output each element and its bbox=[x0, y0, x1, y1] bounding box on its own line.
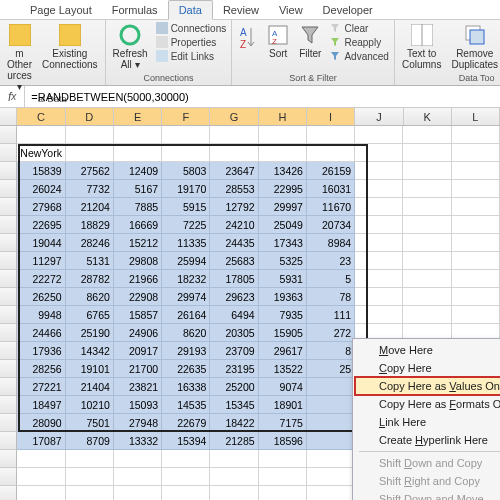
cell[interactable] bbox=[114, 144, 162, 162]
clear-button[interactable]: Clear bbox=[329, 22, 388, 34]
ctx-copy-here-as-formats-only[interactable]: Copy Here as Formats Only bbox=[355, 395, 500, 413]
cell[interactable]: 18232 bbox=[162, 270, 210, 288]
cell[interactable]: 22679 bbox=[162, 414, 210, 432]
col-header-I[interactable]: I bbox=[307, 108, 355, 125]
cell[interactable] bbox=[452, 216, 500, 234]
cell[interactable]: 13522 bbox=[259, 360, 307, 378]
col-header-K[interactable]: K bbox=[404, 108, 452, 125]
cell[interactable]: 16031 bbox=[307, 180, 355, 198]
cell[interactable] bbox=[307, 468, 355, 486]
cell[interactable]: 27562 bbox=[66, 162, 114, 180]
cell[interactable] bbox=[403, 198, 451, 216]
cell[interactable]: 12409 bbox=[114, 162, 162, 180]
cell[interactable]: 27968 bbox=[17, 198, 65, 216]
cell[interactable]: 24466 bbox=[17, 324, 65, 342]
cell[interactable]: 25049 bbox=[259, 216, 307, 234]
cell[interactable] bbox=[210, 468, 258, 486]
cell[interactable]: 14342 bbox=[66, 342, 114, 360]
cell[interactable]: 26164 bbox=[162, 306, 210, 324]
cell[interactable]: 111 bbox=[307, 306, 355, 324]
cell[interactable]: 29974 bbox=[162, 288, 210, 306]
cell[interactable] bbox=[452, 252, 500, 270]
cell[interactable]: 11297 bbox=[17, 252, 65, 270]
ctx-move-here[interactable]: Move Here bbox=[355, 341, 500, 359]
cell[interactable] bbox=[66, 126, 114, 144]
worksheet[interactable]: CDEFGHIJKL NewYork1583927562124095803236… bbox=[0, 108, 500, 500]
cell[interactable]: 15345 bbox=[210, 396, 258, 414]
cell[interactable]: 7732 bbox=[66, 180, 114, 198]
ctx-copy-here[interactable]: Copy Here bbox=[355, 359, 500, 377]
cell[interactable]: 27221 bbox=[17, 378, 65, 396]
cell[interactable]: 29193 bbox=[162, 342, 210, 360]
cell[interactable] bbox=[403, 144, 451, 162]
cell[interactable]: 14535 bbox=[162, 396, 210, 414]
cell[interactable] bbox=[403, 126, 451, 144]
cell[interactable] bbox=[210, 144, 258, 162]
cell[interactable] bbox=[17, 126, 65, 144]
cell[interactable] bbox=[259, 126, 307, 144]
cell[interactable]: 28090 bbox=[17, 414, 65, 432]
cell[interactable] bbox=[162, 486, 210, 500]
cell[interactable]: 22272 bbox=[17, 270, 65, 288]
cell[interactable]: 23 bbox=[307, 252, 355, 270]
cell[interactable]: 24906 bbox=[114, 324, 162, 342]
cell[interactable] bbox=[452, 234, 500, 252]
existing-connections-button[interactable]: Existing Connections bbox=[40, 22, 100, 72]
cell[interactable]: 22908 bbox=[114, 288, 162, 306]
cell[interactable]: 18422 bbox=[210, 414, 258, 432]
cell[interactable]: 29617 bbox=[259, 342, 307, 360]
cell[interactable]: 272 bbox=[307, 324, 355, 342]
cell[interactable] bbox=[114, 126, 162, 144]
cell[interactable] bbox=[210, 486, 258, 500]
cell[interactable]: 26159 bbox=[307, 162, 355, 180]
cell[interactable] bbox=[403, 270, 451, 288]
col-header-G[interactable]: G bbox=[210, 108, 258, 125]
col-header-C[interactable]: C bbox=[17, 108, 65, 125]
cell[interactable] bbox=[307, 486, 355, 500]
cell[interactable]: 23709 bbox=[210, 342, 258, 360]
connections-button[interactable]: Connections bbox=[156, 22, 227, 34]
cell[interactable]: 26024 bbox=[17, 180, 65, 198]
cell[interactable]: 7935 bbox=[259, 306, 307, 324]
cell[interactable]: 7175 bbox=[259, 414, 307, 432]
filter-button[interactable]: Filter bbox=[297, 22, 323, 61]
cell[interactable] bbox=[210, 126, 258, 144]
cell[interactable]: 15093 bbox=[114, 396, 162, 414]
cell[interactable] bbox=[114, 468, 162, 486]
cell[interactable] bbox=[403, 216, 451, 234]
cell[interactable]: 29623 bbox=[210, 288, 258, 306]
cell[interactable]: 25200 bbox=[210, 378, 258, 396]
cell[interactable] bbox=[403, 288, 451, 306]
cell[interactable] bbox=[355, 216, 403, 234]
cell[interactable]: 17087 bbox=[17, 432, 65, 450]
col-header-L[interactable]: L bbox=[452, 108, 500, 125]
cell[interactable] bbox=[307, 414, 355, 432]
cell[interactable] bbox=[114, 450, 162, 468]
cell[interactable]: 19363 bbox=[259, 288, 307, 306]
cell[interactable] bbox=[355, 306, 403, 324]
cell[interactable]: 15839 bbox=[17, 162, 65, 180]
cell[interactable]: 21204 bbox=[66, 198, 114, 216]
cell[interactable]: 21285 bbox=[210, 432, 258, 450]
tab-page-layout[interactable]: Page Layout bbox=[20, 1, 102, 19]
cell[interactable]: 25683 bbox=[210, 252, 258, 270]
cell[interactable]: 26250 bbox=[17, 288, 65, 306]
formula-input[interactable]: =RANDBETWEEN(5000,30000) bbox=[25, 91, 500, 103]
tab-review[interactable]: Review bbox=[213, 1, 269, 19]
cell[interactable]: 19101 bbox=[66, 360, 114, 378]
cell[interactable]: 11670 bbox=[307, 198, 355, 216]
cell[interactable]: 78 bbox=[307, 288, 355, 306]
cell[interactable]: 15212 bbox=[114, 234, 162, 252]
cell[interactable]: 11335 bbox=[162, 234, 210, 252]
cell[interactable]: 20917 bbox=[114, 342, 162, 360]
ctx-copy-here-as-values-only[interactable]: Copy Here as Values Only bbox=[355, 377, 500, 395]
cell[interactable] bbox=[162, 450, 210, 468]
cell[interactable]: 7225 bbox=[162, 216, 210, 234]
cell[interactable]: 28246 bbox=[66, 234, 114, 252]
cell[interactable]: 28256 bbox=[17, 360, 65, 378]
cell[interactable] bbox=[66, 144, 114, 162]
cell[interactable]: 25190 bbox=[66, 324, 114, 342]
sort-button[interactable]: AZSort bbox=[265, 22, 291, 61]
cell[interactable]: 10210 bbox=[66, 396, 114, 414]
sort-az-button[interactable]: AZ bbox=[237, 22, 259, 54]
